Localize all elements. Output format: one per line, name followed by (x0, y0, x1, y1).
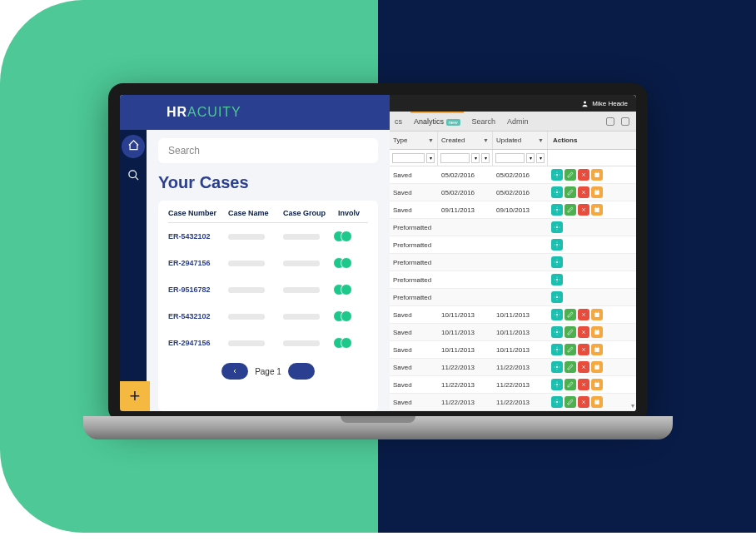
add-button[interactable]: + (120, 381, 150, 411)
action-schedule-button[interactable] (591, 169, 603, 181)
action-schedule-button[interactable] (591, 396, 603, 408)
filter-created-input[interactable] (440, 153, 470, 163)
action-view-button[interactable] (551, 274, 563, 285)
case-number: ER-5432102 (168, 312, 220, 320)
header-created[interactable]: Created▼ (438, 132, 493, 149)
svg-rect-54 (595, 382, 596, 384)
search-input[interactable]: Search (158, 138, 378, 163)
user-name[interactable]: Mike Heade (592, 100, 628, 107)
action-view-button[interactable] (551, 204, 563, 216)
grid-row: Saved 11/22/2013 11/22/2013 (390, 394, 636, 411)
action-edit-button[interactable] (565, 379, 576, 390)
new-badge: new (446, 119, 460, 126)
tab-admin[interactable]: Admin (507, 112, 529, 131)
svg-point-2 (584, 102, 586, 104)
action-schedule-button[interactable] (591, 186, 603, 198)
home-icon (127, 139, 140, 155)
laptop-base (83, 416, 673, 439)
cell-created (438, 254, 493, 271)
action-view-button[interactable] (551, 169, 563, 181)
filter-updated-input[interactable] (495, 153, 525, 163)
cell-updated (493, 219, 548, 236)
action-delete-button[interactable] (578, 169, 589, 181)
tab-analytics[interactable]: Analytics new (414, 112, 460, 131)
tab-search[interactable]: Search (472, 112, 496, 131)
case-number: ER-2947156 (168, 339, 220, 347)
cases-card: Case Number Case Name Case Group Involv … (158, 201, 378, 411)
filter-updated-op[interactable]: ▾ (536, 153, 545, 163)
action-view-button[interactable] (551, 239, 563, 251)
cell-type: Saved (390, 166, 438, 183)
action-view-button[interactable] (551, 396, 563, 408)
action-view-button[interactable] (551, 379, 563, 390)
action-view-button[interactable] (551, 344, 563, 355)
toolbar-icon-1[interactable] (606, 117, 614, 126)
action-edit-button[interactable] (565, 396, 576, 408)
action-edit-button[interactable] (565, 361, 576, 373)
action-view-button[interactable] (551, 256, 563, 268)
home-button[interactable] (122, 135, 145, 158)
involved-avatars (333, 284, 352, 295)
tab-cs[interactable]: cs (395, 112, 402, 131)
action-view-button[interactable] (551, 326, 563, 338)
page-label: Page 1 (255, 367, 281, 376)
action-edit-button[interactable] (565, 169, 576, 181)
filter-created-dd[interactable]: ▾ (471, 153, 480, 163)
filter-type-input[interactable] (392, 153, 425, 163)
svg-rect-47 (594, 365, 599, 370)
action-delete-button[interactable] (578, 361, 589, 373)
svg-rect-60 (595, 400, 596, 401)
action-schedule-button[interactable] (591, 309, 603, 320)
action-delete-button[interactable] (578, 344, 589, 355)
search-button[interactable] (122, 165, 145, 188)
action-schedule-button[interactable] (591, 379, 603, 390)
action-schedule-button[interactable] (591, 361, 603, 373)
filter-updated-dd[interactable]: ▾ (526, 153, 535, 163)
action-view-button[interactable] (551, 291, 563, 303)
action-delete-button[interactable] (578, 186, 589, 198)
header-updated[interactable]: Updated▼ (493, 132, 548, 149)
action-delete-button[interactable] (578, 396, 589, 408)
action-delete-button[interactable] (578, 379, 589, 390)
filter-type-dd[interactable]: ▾ (426, 153, 435, 163)
action-edit-button[interactable] (565, 186, 576, 198)
scroll-down-icon[interactable]: ▾ (631, 402, 634, 410)
svg-point-3 (556, 174, 558, 176)
header-type[interactable]: Type▼ (390, 132, 438, 149)
svg-rect-42 (595, 347, 596, 349)
svg-rect-13 (595, 190, 596, 191)
action-schedule-button[interactable] (591, 204, 603, 216)
page-prev-button[interactable] (221, 363, 248, 380)
action-edit-button[interactable] (565, 204, 576, 216)
action-view-button[interactable] (551, 186, 563, 198)
action-edit-button[interactable] (565, 326, 576, 338)
case-row[interactable]: ER-5432102 (168, 223, 368, 250)
cell-actions (548, 254, 636, 271)
action-delete-button[interactable] (578, 326, 589, 338)
cell-actions (548, 341, 636, 358)
action-schedule-button[interactable] (591, 344, 603, 355)
action-delete-button[interactable] (578, 309, 589, 320)
svg-rect-49 (598, 365, 599, 366)
action-view-button[interactable] (551, 361, 563, 373)
avatar (341, 310, 352, 322)
action-delete-button[interactable] (578, 204, 589, 216)
action-edit-button[interactable] (565, 309, 576, 320)
filter-actions (548, 150, 636, 166)
page-next-button[interactable] (288, 363, 315, 380)
action-edit-button[interactable] (565, 344, 576, 355)
toolbar-icon-2[interactable] (621, 117, 629, 126)
action-view-button[interactable] (551, 309, 563, 320)
case-row[interactable]: ER-5432102 (168, 303, 368, 330)
cell-actions (548, 219, 636, 236)
case-row[interactable]: ER-2947156 (168, 250, 368, 276)
cell-actions (548, 376, 636, 393)
svg-rect-59 (594, 400, 599, 405)
case-row[interactable]: ER-9516782 (168, 276, 368, 303)
action-schedule-button[interactable] (591, 326, 603, 338)
filter-created-op[interactable]: ▾ (481, 153, 490, 163)
case-row[interactable]: ER-2947156 (168, 330, 368, 356)
user-icon (581, 96, 589, 111)
plus-icon: + (130, 385, 141, 407)
action-view-button[interactable] (551, 221, 563, 233)
